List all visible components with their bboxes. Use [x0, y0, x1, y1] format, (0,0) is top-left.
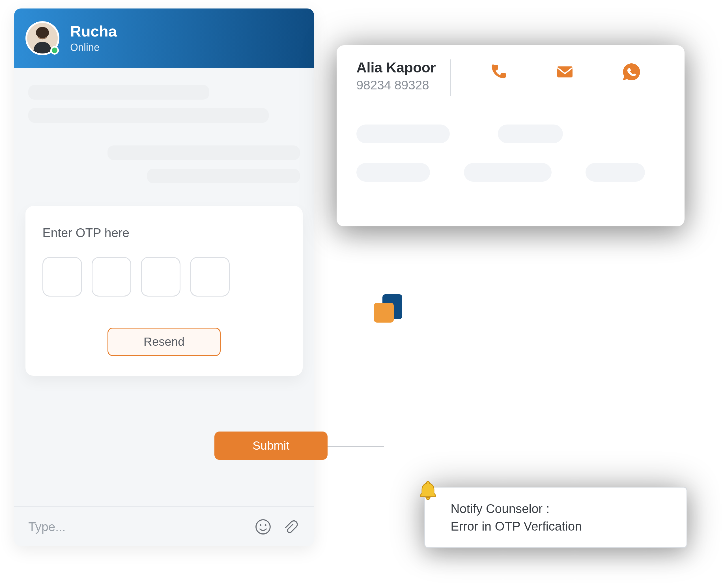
- contact-card: Alia Kapoor 98234 89328: [337, 45, 684, 226]
- separator: [450, 59, 451, 96]
- avatar-wrap: [25, 21, 59, 55]
- contact-phone: 98234 89328: [356, 78, 436, 92]
- placeholder-pill: [498, 125, 563, 143]
- chat-panel: Rucha Online Enter OTP here Resend: [14, 8, 314, 546]
- notification-card: Notify Counselor : Error in OTP Verficat…: [424, 487, 687, 548]
- whatsapp-icon[interactable]: [621, 62, 641, 82]
- otp-actions: Resend: [42, 328, 286, 356]
- otp-title: Enter OTP here: [42, 226, 286, 240]
- otp-digit-1[interactable]: [42, 257, 82, 297]
- contact-top: Alia Kapoor 98234 89328: [356, 59, 665, 96]
- otp-card: Enter OTP here Resend: [25, 206, 303, 376]
- phone-icon[interactable]: [488, 62, 508, 82]
- resend-button[interactable]: Resend: [107, 328, 221, 356]
- online-status-dot-icon: [50, 46, 59, 55]
- contact-info: Alia Kapoor 98234 89328: [356, 59, 436, 92]
- messages-area: [14, 68, 314, 206]
- contact-detail-row: [356, 163, 665, 182]
- agent-status: Online: [70, 42, 117, 54]
- placeholder-pill: [464, 163, 552, 182]
- otp-digit-4[interactable]: [190, 257, 230, 297]
- notification-line-2: Error in OTP Verfication: [451, 518, 669, 535]
- attachment-icon[interactable]: [281, 517, 300, 537]
- chat-header: Rucha Online: [14, 8, 314, 68]
- svg-point-2: [256, 520, 270, 534]
- composer-input[interactable]: [28, 520, 246, 534]
- svg-point-4: [265, 524, 267, 526]
- bell-icon: [417, 479, 439, 502]
- agent-name: Rucha: [70, 23, 117, 40]
- message-bubble-incoming: [28, 108, 269, 123]
- svg-rect-5: [557, 66, 573, 78]
- otp-digit-3[interactable]: [141, 257, 180, 297]
- placeholder-pill: [356, 125, 450, 143]
- composer: [14, 506, 314, 546]
- message-bubble-incoming: [28, 85, 209, 100]
- connector-node-icon: [374, 294, 402, 322]
- otp-digit-2[interactable]: [92, 257, 131, 297]
- emoji-icon[interactable]: [253, 517, 273, 537]
- otp-inputs: [42, 257, 286, 297]
- placeholder-pill: [356, 163, 430, 182]
- chat-header-text: Rucha Online: [70, 23, 117, 53]
- notification-line-1: Notify Counselor :: [451, 500, 669, 518]
- submit-button[interactable]: Submit: [214, 432, 327, 460]
- svg-point-3: [260, 524, 261, 526]
- message-bubble-outgoing: [107, 145, 300, 160]
- email-icon[interactable]: [555, 62, 575, 82]
- contact-actions: [465, 59, 665, 82]
- message-bubble-outgoing: [147, 169, 300, 183]
- contact-name: Alia Kapoor: [356, 59, 436, 76]
- contact-detail-row: [356, 125, 665, 143]
- placeholder-pill: [586, 163, 645, 182]
- connector-line: [327, 446, 384, 447]
